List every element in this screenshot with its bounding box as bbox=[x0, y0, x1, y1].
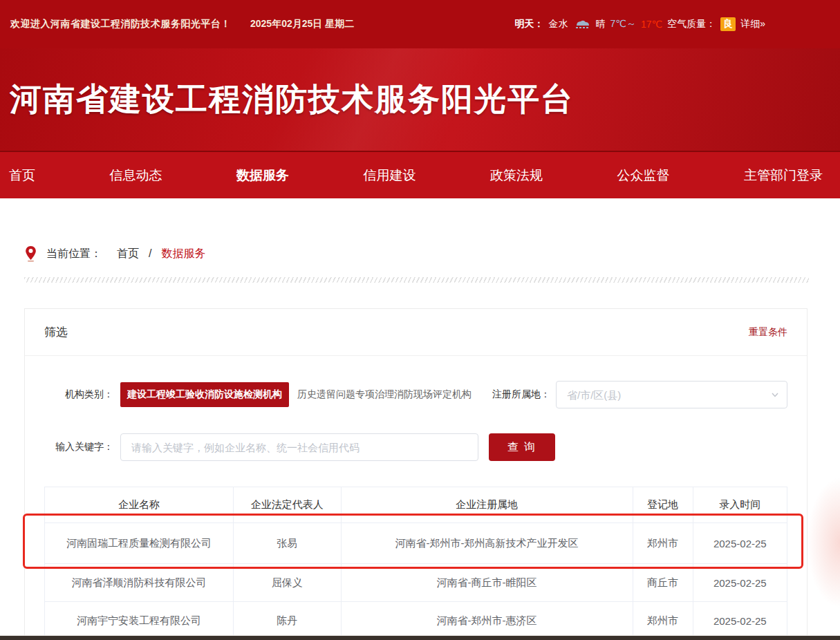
nav-item-home[interactable]: 首页 bbox=[9, 167, 35, 185]
category-label: 机构类别： bbox=[44, 388, 113, 401]
cell-entry-date: 2025-02-25 bbox=[693, 602, 787, 640]
col-header-registered-location: 企业注册属地 bbox=[341, 487, 633, 523]
weather-tomorrow-label: 明天： bbox=[514, 18, 543, 30]
breadcrumb-label: 当前位置： bbox=[46, 247, 102, 261]
table-header-row: 企业名称 企业法定代表人 企业注册属地 登记地 录入时间 bbox=[45, 487, 787, 523]
nav-item-policy[interactable]: 政策法规 bbox=[490, 167, 543, 185]
nav-item-data-service[interactable]: 数据服务 bbox=[236, 167, 289, 185]
cell-company: 河南固瑞工程质量检测有限公司 bbox=[45, 523, 234, 564]
breadcrumb-current: 数据服务 bbox=[161, 247, 205, 261]
keyword-input[interactable] bbox=[120, 433, 478, 461]
category-option-unselected[interactable]: 历史遗留问题专项治理消防现场评定机构 bbox=[297, 388, 472, 401]
filter-row-keyword: 输入关键字： 查 询 bbox=[44, 433, 787, 461]
cell-entry-date: 2025-02-25 bbox=[693, 564, 787, 602]
weather-district: 金水 bbox=[548, 18, 568, 30]
filter-card-body: 机构类别： 建设工程竣工验收消防设施检测机构 历史遗留问题专项治理消防现场评定机… bbox=[25, 356, 807, 640]
background-glow bbox=[807, 477, 840, 608]
cell-registered-location: 河南省-郑州市-郑州高新技术产业开发区 bbox=[341, 523, 633, 564]
top-utility-bar: 欢迎进入河南省建设工程消防技术服务阳光平台！ 2025年02月25日 星期二 明… bbox=[0, 0, 840, 48]
cloud-icon bbox=[572, 17, 590, 31]
cell-representative: 屈保义 bbox=[233, 564, 341, 602]
site-masthead: 河南省建设工程消防技术服务阳光平台 bbox=[0, 48, 840, 151]
breadcrumb: 当前位置： 首页 / 数据服务 bbox=[25, 245, 816, 262]
col-header-registry-city: 登记地 bbox=[633, 487, 693, 523]
decorative-slash-divider bbox=[24, 277, 809, 283]
cell-representative: 陈丹 bbox=[233, 602, 341, 640]
site-title: 河南省建设工程消防技术服务阳光平台 bbox=[0, 78, 574, 121]
category-option-selected[interactable]: 建设工程竣工验收消防设施检测机构 bbox=[120, 382, 289, 407]
nav-item-news[interactable]: 信息动态 bbox=[110, 167, 162, 185]
nav-item-credit[interactable]: 信用建设 bbox=[364, 167, 416, 185]
cell-registry-city: 商丘市 bbox=[633, 564, 693, 602]
location-pin-icon bbox=[25, 245, 46, 262]
region-select[interactable] bbox=[556, 381, 787, 408]
air-quality-badge: 良 bbox=[720, 17, 736, 31]
footer-edge-strip bbox=[0, 635, 840, 640]
filter-card-header: 筛选 重置条件 bbox=[25, 309, 807, 356]
breadcrumb-separator: / bbox=[149, 247, 151, 260]
cell-representative: 张易 bbox=[233, 523, 341, 564]
nav-item-supervision[interactable]: 公众监督 bbox=[617, 167, 670, 185]
table-row[interactable]: 河南固瑞工程质量检测有限公司 张易 河南省-郑州市-郑州高新技术产业开发区 郑州… bbox=[45, 523, 787, 564]
welcome-text: 欢迎进入河南省建设工程消防技术服务阳光平台！ bbox=[10, 18, 231, 30]
cell-company: 河南省泽顺消防科技有限公司 bbox=[45, 564, 234, 602]
col-header-entry-date: 录入时间 bbox=[693, 487, 787, 523]
weather-condition: 晴 bbox=[595, 18, 605, 30]
reset-filters-link[interactable]: 重置条件 bbox=[749, 326, 787, 339]
cell-registry-city: 郑州市 bbox=[633, 602, 693, 640]
temp-high: 17℃ bbox=[641, 19, 662, 30]
cell-company: 河南宇宁安装工程有限公司 bbox=[45, 602, 234, 640]
air-quality-label: 空气质量： bbox=[667, 18, 716, 30]
weather-detail-link[interactable]: 详细» bbox=[740, 18, 765, 30]
col-header-company: 企业名称 bbox=[45, 487, 234, 523]
cell-entry-date: 2025-02-25 bbox=[693, 523, 787, 564]
table-row[interactable]: 河南省泽顺消防科技有限公司 屈保义 河南省-商丘市-睢阳区 商丘市 2025-0… bbox=[45, 564, 787, 602]
current-date: 2025年02月25日 星期二 bbox=[250, 18, 354, 30]
weather-widget: 明天： 金水 晴 7℃～ 17℃ 空气质量： 良 详细» bbox=[514, 17, 765, 31]
search-button[interactable]: 查 询 bbox=[489, 433, 555, 461]
filter-card: 筛选 重置条件 机构类别： 建设工程竣工验收消防设施检测机构 历史遗留问题专项治… bbox=[24, 308, 808, 640]
region-select-input[interactable] bbox=[556, 381, 787, 408]
temp-low: 7℃～ bbox=[610, 18, 636, 30]
results-table: 企业名称 企业法定代表人 企业注册属地 登记地 录入时间 河南固瑞工程质量检测有… bbox=[44, 487, 787, 640]
region-filter-group: 注册所属地： bbox=[492, 381, 787, 408]
col-header-representative: 企业法定代表人 bbox=[233, 487, 341, 523]
nav-item-admin-login[interactable]: 主管部门登录 bbox=[744, 167, 823, 185]
cell-registered-location: 河南省-商丘市-睢阳区 bbox=[341, 564, 633, 602]
filter-row-category: 机构类别： 建设工程竣工验收消防设施检测机构 历史遗留问题专项治理消防现场评定机… bbox=[44, 381, 787, 408]
region-label: 注册所属地： bbox=[492, 388, 550, 401]
filter-title: 筛选 bbox=[44, 324, 68, 340]
cell-registry-city: 郑州市 bbox=[633, 523, 693, 564]
main-nav: 首页 信息动态 数据服务 信用建设 政策法规 公众监督 主管部门登录 bbox=[0, 151, 840, 198]
cell-registered-location: 河南省-郑州市-惠济区 bbox=[341, 602, 633, 640]
keyword-label: 输入关键字： bbox=[44, 441, 113, 453]
table-row[interactable]: 河南宇宁安装工程有限公司 陈丹 河南省-郑州市-惠济区 郑州市 2025-02-… bbox=[45, 602, 787, 640]
breadcrumb-home-link[interactable]: 首页 bbox=[117, 247, 139, 261]
